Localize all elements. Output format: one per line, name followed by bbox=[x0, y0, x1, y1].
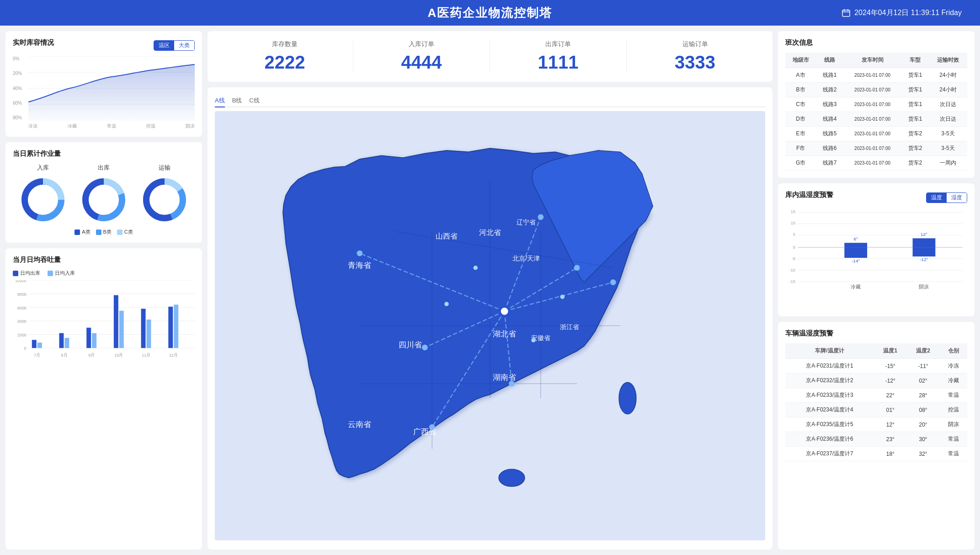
svg-text:5: 5 bbox=[793, 232, 795, 237]
vehicle-table-row: 京A·F0234/温度计4 01° 08° 控温 bbox=[785, 403, 967, 417]
svg-text:浙江省: 浙江省 bbox=[560, 323, 579, 331]
svg-point-76 bbox=[500, 307, 509, 315]
vehicle-table: 车牌/温度计 温度1 温度2 仓别 京A·F0231/温度计1 -15° -11… bbox=[785, 343, 967, 461]
wh-toggle-group: 温区 大类 bbox=[154, 40, 195, 51]
svg-rect-37 bbox=[86, 328, 91, 348]
map-tab-a[interactable]: A线 bbox=[215, 95, 225, 107]
route-info-title: 班次信息 bbox=[785, 38, 967, 47]
daily-operations-card: 当日累计作业量 入库 出库 bbox=[5, 142, 202, 243]
vehicle-plate: 京A·F0235/温度计5 bbox=[785, 417, 874, 432]
donut-outbound-svg bbox=[79, 175, 129, 225]
route-table-body: A市 线路1 2023-01-01 07:00 货车1 24小时 B市 线路2 … bbox=[785, 68, 967, 171]
route-table-row: B市 线路2 2023-01-01 07:00 货车1 24小时 bbox=[785, 83, 967, 97]
col-car: 车型 bbox=[901, 53, 929, 68]
route-eta: 24小时 bbox=[929, 68, 967, 83]
stat-inventory-label: 库存数量 bbox=[217, 40, 353, 48]
wh-line-svg bbox=[28, 56, 195, 120]
legend-b: B类 bbox=[96, 229, 112, 235]
temp-card-header: 库内温湿度预警 温度 湿度 bbox=[785, 191, 967, 205]
stat-inventory: 库存数量 2222 bbox=[217, 40, 353, 73]
svg-point-86 bbox=[444, 302, 449, 306]
route-city: D市 bbox=[785, 112, 816, 127]
bar-chart-svg: 10000 8000 6000 4000 2000 0 bbox=[13, 280, 195, 363]
route-route: 线路6 bbox=[816, 141, 843, 156]
temp-warning-title: 库内温湿度预警 bbox=[785, 191, 833, 199]
col-time: 发车时间 bbox=[843, 53, 901, 68]
svg-text:-12°: -12° bbox=[920, 257, 928, 262]
route-time: 2023-01-01 07:00 bbox=[843, 68, 901, 83]
svg-text:辽宁省: 辽宁省 bbox=[517, 219, 536, 226]
vehicle-table-row: 京A·F0231/温度计1 -15° -11° 冷冻 bbox=[785, 359, 967, 374]
route-city: E市 bbox=[785, 127, 816, 141]
vehicle-t2: 08° bbox=[907, 403, 940, 417]
legend-a: A类 bbox=[75, 229, 90, 235]
route-table: 地级市 线路 发车时间 车型 运输时效 A市 线路1 2023-01-01 07… bbox=[785, 53, 967, 171]
svg-text:7月: 7月 bbox=[34, 353, 40, 358]
donut-transport: 运输 bbox=[139, 164, 190, 225]
route-city: G市 bbox=[785, 156, 816, 171]
vehicle-table-row: 京A·F0235/温度计5 12° 20° 阴凉 bbox=[785, 417, 967, 432]
svg-point-89 bbox=[499, 469, 525, 486]
vehicle-t2: 20° bbox=[907, 417, 940, 432]
monthly-throughput-card: 当月日均吞吐量 日均出库 日均入库 bbox=[5, 248, 202, 550]
route-eta: 24小时 bbox=[929, 83, 967, 97]
svg-point-82 bbox=[429, 424, 435, 430]
vehicle-t1: 22° bbox=[874, 388, 907, 403]
legend-dot-a bbox=[75, 229, 80, 235]
route-city: B市 bbox=[785, 83, 816, 97]
vehicle-t1: 12° bbox=[874, 417, 907, 432]
wh-capacity-title: 实时库容情况 bbox=[13, 38, 54, 47]
map-tab-c[interactable]: C线 bbox=[249, 95, 259, 107]
temp-toggle-wendu[interactable]: 温度 bbox=[927, 193, 947, 203]
svg-rect-33 bbox=[32, 340, 37, 348]
toggle-btn-wenqu[interactable]: 温区 bbox=[154, 41, 174, 50]
vcol-plate: 车牌/温度计 bbox=[785, 343, 874, 359]
svg-text:-5: -5 bbox=[792, 256, 795, 261]
svg-text:湖北省: 湖北省 bbox=[493, 329, 516, 338]
svg-point-85 bbox=[474, 266, 478, 270]
vehicle-table-body: 京A·F0231/温度计1 -15° -11° 冷冻 京A·F0232/温度计2… bbox=[785, 359, 967, 461]
temp-bar-chart: 15 10 5 0 -5 -10 -15 bbox=[785, 208, 967, 309]
vehicle-temp-card: 车辆温湿度预警 车牌/温度计 温度1 温度2 仓别 京A·F0231/温度计1 … bbox=[778, 322, 975, 550]
stat-transport: 运输订单 3333 bbox=[627, 40, 763, 73]
donut-row: 入库 出库 bbox=[13, 164, 195, 225]
vcol-t1: 温度1 bbox=[874, 343, 907, 359]
vehicle-type: 控温 bbox=[939, 403, 967, 417]
wh-capacity-chart: 80% 60% 40% 20% 0% bbox=[13, 56, 195, 129]
vehicle-plate: 京A·F0232/温度计2 bbox=[785, 374, 874, 388]
map-card: A线 B线 C线 bbox=[208, 87, 772, 550]
map-tabs: A线 B线 C线 bbox=[215, 95, 765, 107]
toggle-btn-dalei[interactable]: 大类 bbox=[174, 41, 194, 50]
route-route: 线路2 bbox=[816, 83, 843, 97]
right-column: 班次信息 地级市 线路 发车时间 车型 运输时效 A市 线路1 2023-01-… bbox=[778, 31, 975, 550]
map-tab-b[interactable]: B线 bbox=[232, 95, 242, 107]
vehicle-t1: 18° bbox=[874, 447, 907, 461]
stat-inbound-label: 入库订单 bbox=[353, 40, 490, 48]
wh-x-axis: 冷冻 冷藏 常温 控温 阴凉 bbox=[28, 123, 195, 129]
route-table-row: C市 线路3 2023-01-01 07:00 货车1 次日达 bbox=[785, 97, 967, 112]
vehicle-plate: 京A·F0233/温度计3 bbox=[785, 388, 874, 403]
route-city: C市 bbox=[785, 97, 816, 112]
vehicle-t1: 01° bbox=[874, 403, 907, 417]
vehicle-type: 常温 bbox=[939, 388, 967, 403]
col-eta: 运输时效 bbox=[929, 53, 967, 68]
svg-rect-44 bbox=[174, 304, 178, 348]
svg-point-77 bbox=[357, 251, 363, 256]
vehicle-type: 阴凉 bbox=[939, 417, 967, 432]
temp-toggle-shidu[interactable]: 湿度 bbox=[947, 193, 967, 203]
vehicle-table-row: 京A·F0233/温度计3 22° 28° 常温 bbox=[785, 388, 967, 403]
svg-text:10月: 10月 bbox=[114, 353, 123, 358]
vehicle-type: 冷藏 bbox=[939, 374, 967, 388]
svg-rect-38 bbox=[92, 333, 96, 348]
route-info-card: 班次信息 地级市 线路 发车时间 车型 运输时效 A市 线路1 2023-01-… bbox=[778, 31, 975, 178]
route-city: A市 bbox=[785, 68, 816, 83]
route-table-header: 地级市 线路 发车时间 车型 运输时效 bbox=[785, 53, 967, 68]
svg-text:6000: 6000 bbox=[17, 305, 27, 310]
route-car: 货车1 bbox=[901, 97, 929, 112]
svg-text:10: 10 bbox=[791, 221, 795, 225]
svg-rect-43 bbox=[168, 307, 173, 348]
svg-text:四川省: 四川省 bbox=[399, 340, 422, 349]
svg-rect-35 bbox=[59, 333, 64, 348]
temp-bar-svg: 15 10 5 0 -5 -10 -15 bbox=[785, 208, 967, 309]
col-city: 地级市 bbox=[785, 53, 816, 68]
